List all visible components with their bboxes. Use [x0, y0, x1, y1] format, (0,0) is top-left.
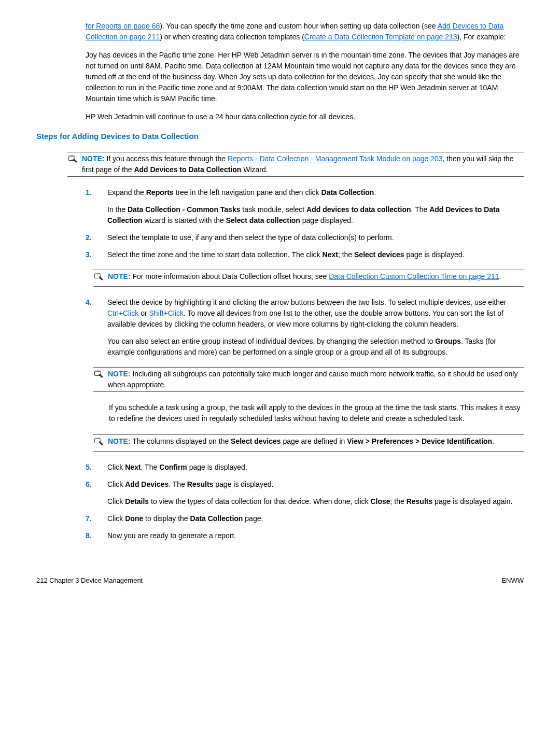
text: Click — [107, 463, 125, 471]
bold: Close — [370, 497, 390, 505]
bold: Results — [187, 480, 214, 488]
page-footer: 212 Chapter 3 Device Management ENWW — [36, 572, 524, 586]
text: page displayed. — [300, 216, 353, 224]
text: ). You can specify the time zone and cus… — [160, 22, 437, 30]
note-label: NOTE: — [108, 437, 131, 445]
list-item: 5. Click Next. The Confirm page is displ… — [86, 462, 524, 473]
list-item: 1. Expand the Reports tree in the left n… — [86, 187, 524, 226]
text: . The — [411, 205, 430, 214]
bold: Add Devices — [125, 480, 169, 488]
text: Select the time zone and the time to sta… — [107, 250, 323, 259]
step-number: 3. — [86, 249, 96, 260]
note-text: If you access this feature through the — [106, 154, 227, 163]
example-paragraph: Joy has devices in the Pacific time zone… — [86, 50, 524, 104]
text: In the — [107, 205, 128, 214]
divider — [67, 152, 524, 152]
note-label: NOTE: — [108, 272, 131, 280]
note-text: Including all subgroups can potentially … — [108, 370, 517, 389]
divider — [93, 367, 524, 368]
text: Select the template to use, if any and t… — [107, 232, 524, 243]
step-number: 7. — [86, 513, 96, 524]
footer-right: ENWW — [501, 575, 524, 586]
list-item: 4. Select the device by highlighting it … — [86, 297, 524, 358]
bold: Next — [323, 250, 338, 259]
note-text: Wizard. — [241, 165, 268, 174]
intro-paragraph: for Reports on page 68). You can specify… — [86, 21, 524, 43]
step4-followup: If you schedule a task using a group, th… — [109, 402, 524, 424]
text: Click — [107, 497, 125, 505]
text: page are defined in — [281, 437, 347, 445]
note-block: NOTE: For more information about Data Co… — [93, 266, 524, 290]
steps-list-cont2: 5. Click Next. The Confirm page is displ… — [86, 462, 524, 541]
text: . — [492, 437, 494, 445]
note-text: . — [499, 272, 501, 280]
text: The columns displayed on the — [132, 437, 231, 445]
bold: Select data collection — [226, 216, 300, 224]
link-create-template-213[interactable]: Create a Data Collection Template on pag… — [304, 33, 457, 41]
text: or — [138, 309, 149, 317]
text: ), For example: — [457, 33, 506, 41]
divider — [93, 451, 524, 452]
bold: Results — [407, 497, 433, 505]
text: page is displayed. — [213, 480, 273, 488]
section-heading-steps: Steps for Adding Devices to Data Collect… — [36, 131, 524, 143]
bold: Add Devices to Data Collection — [134, 165, 241, 174]
text: Click — [107, 480, 125, 488]
text: page is displayed. — [404, 250, 465, 259]
bold: Groups — [435, 337, 461, 345]
bold: Confirm — [159, 463, 187, 471]
bold: Select devices — [231, 437, 281, 445]
list-item: 8. Now you are ready to generate a repor… — [86, 530, 524, 541]
text: ; the — [390, 497, 407, 505]
text: wizard is started with the — [143, 216, 226, 224]
text: to display the — [143, 514, 190, 523]
link-reports-68[interactable]: for Reports on page 68 — [86, 22, 160, 30]
text: page. — [243, 514, 263, 523]
text: tree in the left navigation pane and the… — [174, 188, 321, 196]
list-item: 7. Click Done to display the Data Collec… — [86, 513, 524, 524]
step-number: 8. — [86, 530, 96, 541]
text: Now you are ready to generate a report. — [107, 530, 524, 541]
note-icon — [67, 154, 78, 167]
continue-paragraph: HP Web Jetadmin will continue to use a 2… — [86, 111, 524, 122]
text: to view the types of data collection for… — [149, 497, 370, 505]
keyboard-shortcut: Ctrl+Click — [107, 309, 138, 317]
divider — [93, 286, 524, 287]
list-item: 6. Click Add Devices. The Results page i… — [86, 479, 524, 507]
text: . The — [141, 463, 160, 471]
divider — [67, 176, 524, 177]
bold: Reports — [146, 188, 174, 196]
bold: Next — [125, 463, 141, 471]
steps-list-cont: 4. Select the device by highlighting it … — [86, 297, 524, 358]
bold: Add devices to data collection — [306, 205, 411, 214]
text: You can also select an entire group inst… — [107, 337, 435, 345]
bold: Done — [125, 514, 143, 523]
note-block: NOTE: The columns displayed on the Selec… — [93, 431, 524, 455]
keyboard-shortcut: Shift+Click — [149, 309, 184, 317]
list-item: 3. Select the time zone and the time to … — [86, 249, 524, 260]
step-number: 5. — [86, 462, 96, 473]
text: ; the — [338, 250, 354, 259]
step-number: 1. — [86, 187, 96, 198]
text: ) or when creating data collection templ… — [160, 33, 304, 41]
footer-left: 212 Chapter 3 Device Management — [36, 575, 143, 586]
text: page is displayed. — [187, 463, 247, 471]
bold: Data Collection - Common Tasks — [128, 205, 241, 214]
text: task module, select — [240, 205, 306, 214]
divider — [93, 270, 524, 270]
link-custom-collection-time[interactable]: Data Collection Custom Collection Time o… — [329, 272, 499, 280]
steps-list: 1. Expand the Reports tree in the left n… — [86, 187, 524, 260]
note-text: For more information about Data Collecti… — [132, 272, 329, 280]
text: Select the device by highlighting it and… — [107, 298, 506, 306]
note-label: NOTE: — [108, 370, 131, 378]
note-label: NOTE: — [82, 154, 105, 163]
link-reports-task-module[interactable]: Reports - Data Collection - Management T… — [228, 154, 443, 163]
divider — [93, 434, 524, 435]
note-block: NOTE: If you access this feature through… — [67, 149, 524, 180]
step-number: 6. — [86, 479, 96, 490]
text: Click — [107, 514, 125, 523]
step-number: 2. — [86, 232, 96, 243]
bold: Data Collection — [190, 514, 243, 523]
bold: Select devices — [354, 250, 404, 259]
note-block: NOTE: Including all subgroups can potent… — [93, 364, 524, 395]
